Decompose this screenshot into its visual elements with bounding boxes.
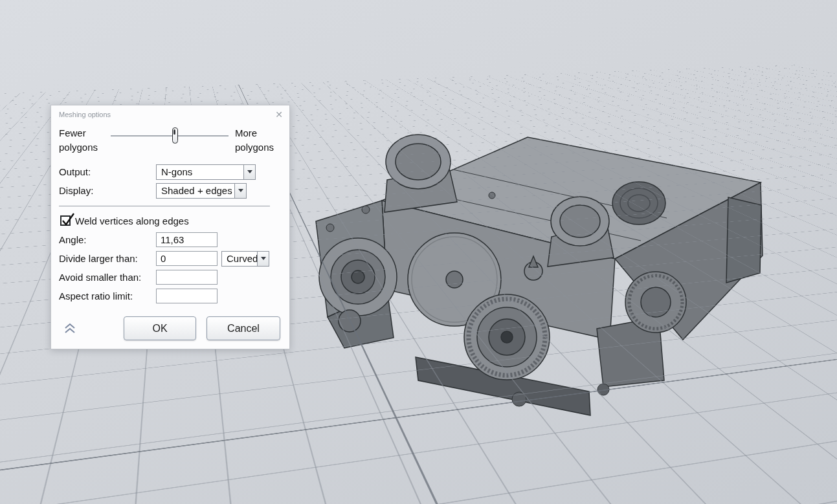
dialog-title: Meshing options <box>59 111 111 118</box>
chevron-down-icon <box>247 170 252 173</box>
collapse-dialog-icon[interactable] <box>63 322 77 335</box>
aspect-ratio-label: Aspect ratio limit: <box>59 290 156 301</box>
cancel-button[interactable]: Cancel <box>206 316 280 340</box>
divide-unit-dropdown[interactable]: Curved <box>221 251 269 267</box>
divide-larger-input[interactable] <box>156 251 218 266</box>
display-row: Display: Shaded + edges <box>59 181 282 200</box>
perspective-grid <box>0 0 837 114</box>
meshing-options-dialog: Meshing options ✕ Fewer polygons More po… <box>50 105 290 349</box>
slider-track <box>111 135 229 137</box>
display-dropdown-value: Shaded + edges <box>157 184 234 198</box>
close-icon[interactable]: ✕ <box>275 110 283 119</box>
avoid-smaller-input[interactable] <box>156 270 218 285</box>
dialog-footer: OK Cancel <box>59 316 282 340</box>
output-dropdown-value: N-gons <box>157 165 243 179</box>
weld-checkbox[interactable] <box>60 215 71 226</box>
divide-larger-label: Divide larger than: <box>59 253 156 264</box>
display-dropdown-button[interactable] <box>234 184 246 198</box>
dialog-titlebar[interactable]: Meshing options ✕ <box>51 105 289 120</box>
display-label: Display: <box>59 185 156 196</box>
output-row: Output: N-gons <box>59 162 282 181</box>
chevron-down-icon <box>261 257 266 260</box>
output-dropdown-button[interactable] <box>243 165 255 179</box>
grid-axis-y <box>29 0 239 85</box>
aspect-ratio-input[interactable] <box>156 289 218 303</box>
chevron-down-icon <box>238 189 243 192</box>
divide-unit-value: Curved <box>222 252 257 266</box>
polygon-density-row: Fewer polygons More polygons <box>59 126 282 160</box>
weld-label: Weld vertices along edges <box>75 215 189 226</box>
ok-button[interactable]: OK <box>124 316 196 340</box>
more-polygons-label: More polygons <box>235 126 282 160</box>
display-dropdown[interactable]: Shaded + edges <box>156 183 247 199</box>
angle-input[interactable] <box>156 232 218 247</box>
angle-label: Angle: <box>59 234 156 245</box>
polygon-density-slider[interactable] <box>109 126 230 148</box>
output-label: Output: <box>59 166 156 177</box>
fewer-polygons-label: Fewer polygons <box>59 126 109 160</box>
avoid-row: Avoid smaller than: <box>59 268 282 287</box>
section-divider <box>59 206 270 206</box>
model-3d <box>304 123 770 427</box>
divide-row: Divide larger than: Curved <box>59 249 282 268</box>
checkmark-icon <box>61 212 76 227</box>
avoid-smaller-label: Avoid smaller than: <box>59 272 156 283</box>
divide-unit-dropdown-button[interactable] <box>257 252 269 266</box>
output-dropdown[interactable]: N-gons <box>156 164 256 180</box>
aspect-row: Aspect ratio limit: <box>59 287 282 305</box>
angle-row: Angle: <box>59 230 282 249</box>
slider-thumb[interactable] <box>172 127 178 144</box>
weld-row: Weld vertices along edges <box>60 212 282 229</box>
